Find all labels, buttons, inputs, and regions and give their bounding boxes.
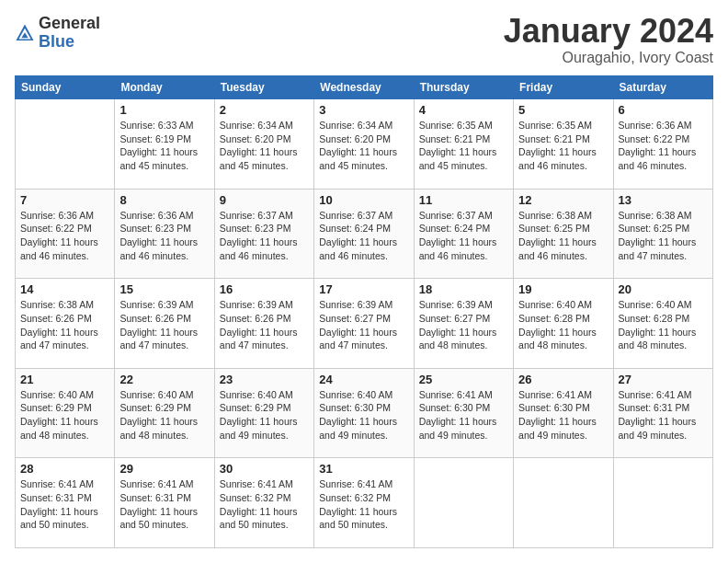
- day-header-wednesday: Wednesday: [314, 76, 414, 99]
- day-info: Sunrise: 6:41 AMSunset: 6:31 PMDaylight:…: [20, 477, 109, 532]
- day-info: Sunrise: 6:34 AMSunset: 6:20 PMDaylight:…: [319, 119, 408, 173]
- day-number: 12: [518, 193, 608, 207]
- title-block: January 2024 Ouragahio, Ivory Coast: [504, 15, 713, 66]
- calendar-week-row: 14Sunrise: 6:38 AMSunset: 6:26 PMDayligh…: [16, 279, 713, 369]
- day-number: 19: [518, 282, 608, 296]
- day-info: Sunrise: 6:40 AMSunset: 6:29 PMDaylight:…: [20, 388, 109, 442]
- day-number: 3: [319, 103, 408, 117]
- day-info: Sunrise: 6:37 AMSunset: 6:23 PMDaylight:…: [220, 209, 309, 263]
- calendar-cell: 14Sunrise: 6:38 AMSunset: 6:26 PMDayligh…: [16, 279, 115, 369]
- day-number: 10: [319, 193, 408, 207]
- day-info: Sunrise: 6:40 AMSunset: 6:28 PMDaylight:…: [518, 298, 608, 352]
- day-number: 30: [220, 462, 309, 476]
- day-info: Sunrise: 6:37 AMSunset: 6:24 PMDaylight:…: [419, 209, 508, 263]
- day-number: 17: [319, 282, 408, 296]
- calendar-cell: [613, 458, 712, 548]
- calendar-cell: 26Sunrise: 6:41 AMSunset: 6:30 PMDayligh…: [514, 368, 613, 458]
- calendar-title: January 2024: [504, 15, 713, 48]
- calendar-subtitle: Ouragahio, Ivory Coast: [504, 50, 713, 66]
- day-info: Sunrise: 6:34 AMSunset: 6:20 PMDaylight:…: [220, 119, 309, 173]
- day-number: 22: [119, 373, 209, 386]
- day-info: Sunrise: 6:41 AMSunset: 6:30 PMDaylight:…: [419, 388, 508, 442]
- day-info: Sunrise: 6:41 AMSunset: 6:32 PMDaylight:…: [220, 477, 309, 532]
- day-number: 16: [220, 282, 309, 296]
- day-number: 9: [220, 193, 309, 207]
- calendar-week-row: 21Sunrise: 6:40 AMSunset: 6:29 PMDayligh…: [16, 368, 713, 458]
- day-number: 31: [319, 462, 408, 476]
- day-info: Sunrise: 6:39 AMSunset: 6:26 PMDaylight:…: [119, 298, 209, 352]
- calendar-cell: 7Sunrise: 6:36 AMSunset: 6:22 PMDaylight…: [16, 189, 115, 279]
- calendar-cell: 20Sunrise: 6:40 AMSunset: 6:28 PMDayligh…: [613, 279, 712, 369]
- calendar-cell: 27Sunrise: 6:41 AMSunset: 6:31 PMDayligh…: [613, 368, 712, 458]
- day-info: Sunrise: 6:41 AMSunset: 6:31 PMDaylight:…: [119, 477, 209, 532]
- calendar-header-row: SundayMondayTuesdayWednesdayThursdayFrid…: [16, 76, 713, 99]
- day-info: Sunrise: 6:38 AMSunset: 6:25 PMDaylight:…: [518, 209, 608, 263]
- day-info: Sunrise: 6:40 AMSunset: 6:30 PMDaylight:…: [319, 388, 408, 442]
- calendar-cell: 3Sunrise: 6:34 AMSunset: 6:20 PMDaylight…: [314, 99, 414, 190]
- day-header-monday: Monday: [115, 76, 214, 99]
- day-info: Sunrise: 6:36 AMSunset: 6:22 PMDaylight:…: [20, 209, 109, 263]
- calendar-cell: [514, 458, 613, 548]
- day-info: Sunrise: 6:35 AMSunset: 6:21 PMDaylight:…: [419, 119, 508, 173]
- calendar-cell: 17Sunrise: 6:39 AMSunset: 6:27 PMDayligh…: [314, 279, 414, 369]
- day-number: 4: [419, 103, 508, 117]
- calendar-cell: 28Sunrise: 6:41 AMSunset: 6:31 PMDayligh…: [16, 458, 115, 548]
- calendar-week-row: 7Sunrise: 6:36 AMSunset: 6:22 PMDaylight…: [16, 189, 713, 279]
- calendar-cell: 8Sunrise: 6:36 AMSunset: 6:23 PMDaylight…: [115, 189, 214, 279]
- day-number: 13: [619, 193, 708, 207]
- calendar-week-row: 28Sunrise: 6:41 AMSunset: 6:31 PMDayligh…: [16, 458, 713, 548]
- calendar-cell: 22Sunrise: 6:40 AMSunset: 6:29 PMDayligh…: [115, 368, 214, 458]
- calendar-cell: 9Sunrise: 6:37 AMSunset: 6:23 PMDaylight…: [214, 189, 313, 279]
- calendar-cell: 15Sunrise: 6:39 AMSunset: 6:26 PMDayligh…: [115, 279, 214, 369]
- calendar-cell: 19Sunrise: 6:40 AMSunset: 6:28 PMDayligh…: [514, 279, 613, 369]
- day-number: 18: [419, 282, 508, 296]
- day-info: Sunrise: 6:37 AMSunset: 6:24 PMDaylight:…: [319, 209, 408, 263]
- day-info: Sunrise: 6:39 AMSunset: 6:26 PMDaylight:…: [220, 298, 309, 352]
- day-number: 15: [119, 282, 209, 296]
- calendar-cell: 6Sunrise: 6:36 AMSunset: 6:22 PMDaylight…: [613, 99, 712, 190]
- day-info: Sunrise: 6:38 AMSunset: 6:25 PMDaylight:…: [619, 209, 708, 263]
- day-number: 24: [319, 373, 408, 386]
- logo: General Blue: [15, 15, 100, 52]
- day-info: Sunrise: 6:39 AMSunset: 6:27 PMDaylight:…: [419, 298, 508, 352]
- calendar-cell: [414, 458, 513, 548]
- day-info: Sunrise: 6:36 AMSunset: 6:23 PMDaylight:…: [119, 209, 209, 263]
- calendar-cell: 10Sunrise: 6:37 AMSunset: 6:24 PMDayligh…: [314, 189, 414, 279]
- calendar-cell: 1Sunrise: 6:33 AMSunset: 6:19 PMDaylight…: [115, 99, 214, 190]
- day-number: 25: [419, 373, 508, 386]
- calendar-cell: 18Sunrise: 6:39 AMSunset: 6:27 PMDayligh…: [414, 279, 513, 369]
- logo-text: General Blue: [39, 15, 100, 52]
- day-number: 1: [119, 103, 209, 117]
- day-info: Sunrise: 6:35 AMSunset: 6:21 PMDaylight:…: [518, 119, 608, 173]
- calendar-cell: [16, 99, 115, 190]
- day-header-saturday: Saturday: [613, 76, 712, 99]
- logo-blue-text: Blue: [39, 32, 74, 51]
- logo-icon: [15, 23, 35, 43]
- calendar-cell: 29Sunrise: 6:41 AMSunset: 6:31 PMDayligh…: [115, 458, 214, 548]
- calendar-cell: 5Sunrise: 6:35 AMSunset: 6:21 PMDaylight…: [514, 99, 613, 190]
- calendar-cell: 12Sunrise: 6:38 AMSunset: 6:25 PMDayligh…: [514, 189, 613, 279]
- day-info: Sunrise: 6:41 AMSunset: 6:30 PMDaylight:…: [518, 388, 608, 442]
- calendar-week-row: 1Sunrise: 6:33 AMSunset: 6:19 PMDaylight…: [16, 99, 713, 190]
- day-number: 21: [20, 373, 109, 386]
- logo-general-text: General: [39, 14, 100, 32]
- day-number: 6: [619, 103, 708, 117]
- day-number: 20: [619, 282, 708, 296]
- calendar-cell: 11Sunrise: 6:37 AMSunset: 6:24 PMDayligh…: [414, 189, 513, 279]
- day-info: Sunrise: 6:40 AMSunset: 6:28 PMDaylight:…: [619, 298, 708, 352]
- day-header-friday: Friday: [514, 76, 613, 99]
- day-number: 2: [220, 103, 309, 117]
- calendar-cell: 21Sunrise: 6:40 AMSunset: 6:29 PMDayligh…: [16, 368, 115, 458]
- day-header-thursday: Thursday: [414, 76, 513, 99]
- day-number: 28: [20, 462, 109, 476]
- day-number: 27: [619, 373, 708, 386]
- calendar-table: SundayMondayTuesdayWednesdayThursdayFrid…: [15, 75, 713, 548]
- calendar-cell: 2Sunrise: 6:34 AMSunset: 6:20 PMDaylight…: [214, 99, 313, 190]
- calendar-cell: 16Sunrise: 6:39 AMSunset: 6:26 PMDayligh…: [214, 279, 313, 369]
- day-number: 8: [119, 193, 209, 207]
- day-info: Sunrise: 6:40 AMSunset: 6:29 PMDaylight:…: [220, 388, 309, 442]
- calendar-cell: 24Sunrise: 6:40 AMSunset: 6:30 PMDayligh…: [314, 368, 414, 458]
- day-header-tuesday: Tuesday: [214, 76, 313, 99]
- calendar-cell: 23Sunrise: 6:40 AMSunset: 6:29 PMDayligh…: [214, 368, 313, 458]
- calendar-cell: 31Sunrise: 6:41 AMSunset: 6:32 PMDayligh…: [314, 458, 414, 548]
